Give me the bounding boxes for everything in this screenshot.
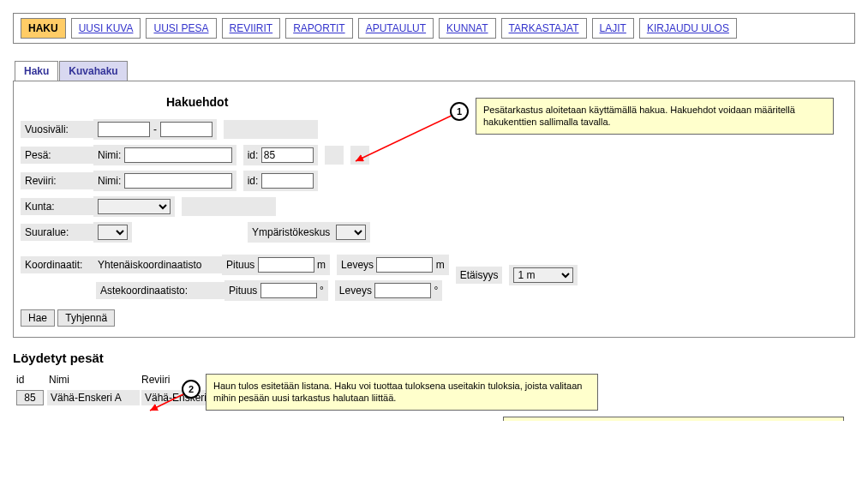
label-pesa-id: id: <box>248 149 259 161</box>
label-reviiri-id: id: <box>248 175 259 187</box>
row-id-button[interactable]: 85 <box>16 390 44 405</box>
tab-kuvahaku[interactable]: Kuvahaku <box>59 61 127 81</box>
select-suuralue[interactable] <box>98 225 128 240</box>
callout-2: Haun tulos esitetään listana. Haku voi t… <box>206 374 598 411</box>
nav-haku[interactable]: HAKU <box>21 18 66 39</box>
tabs: Haku Kuvahaku <box>15 61 855 81</box>
callout-num-2: 2 <box>182 380 201 399</box>
tyhjenna-button[interactable]: Tyhjennä <box>57 309 115 327</box>
unit-m1: m <box>317 259 326 271</box>
nav-reviirit[interactable]: REVIIRIT <box>222 18 281 39</box>
input-pituus-m[interactable] <box>258 257 314 273</box>
dash: - <box>150 123 160 135</box>
hae-button[interactable]: Hae <box>21 309 55 327</box>
tab-haku[interactable]: Haku <box>15 61 58 81</box>
label-vuosivali: Vuosiväli: <box>21 121 93 138</box>
input-vuosi-to[interactable] <box>160 122 213 137</box>
select-kunta[interactable] <box>98 199 171 214</box>
select-ymparisto[interactable] <box>336 225 366 240</box>
label-reviiri-nimi: Nimi: <box>98 175 121 187</box>
label-reviiri: Reviiri: <box>21 172 93 189</box>
input-pesa-id[interactable] <box>261 147 314 163</box>
label-leveys2: Leveys <box>339 285 372 297</box>
label-leveys1: Leveys <box>341 259 374 271</box>
label-pesa-nimi: Nimi: <box>98 149 121 161</box>
results-title: Löydetyt pesät <box>13 351 855 365</box>
top-nav: HAKU UUSI KUVA UUSI PESA REVIIRIT RAPORT… <box>13 13 855 44</box>
nav-raportit[interactable]: RAPORTIT <box>285 18 352 39</box>
nav-kirjaudu-ulos[interactable]: KIRJAUDU ULOS <box>639 18 737 39</box>
label-pesa: Pesä: <box>21 147 93 164</box>
callout-3: Tarkastukseen liittyy pakollisena tieton… <box>503 417 844 421</box>
input-vuosi-from[interactable] <box>98 122 150 137</box>
label-ymparisto: Ympäristökeskus <box>252 226 330 238</box>
nav-uusi-pesa[interactable]: UUSI PESA <box>146 18 216 39</box>
input-reviiri-nimi[interactable] <box>124 173 232 189</box>
nav-uusi-kuva[interactable]: UUSI KUVA <box>71 18 141 39</box>
unit-m2: m <box>436 259 445 271</box>
input-leveys-deg[interactable] <box>374 283 431 298</box>
callout-1: Pesätarkastus aloitetaan käyttämällä hak… <box>476 98 834 135</box>
callout-num-1: 1 <box>450 102 469 121</box>
input-leveys-m[interactable] <box>376 257 433 273</box>
label-kunta: Kunta: <box>21 198 93 215</box>
nav-lajit[interactable]: LAJIT <box>592 18 634 39</box>
input-pesa-nimi[interactable] <box>124 147 232 163</box>
col-id: id <box>13 372 45 387</box>
input-reviiri-id[interactable] <box>261 173 314 189</box>
nav-aputaulut[interactable]: APUTAULUT <box>358 18 434 39</box>
cell-nimi: Vähä-Enskeri A <box>47 390 140 405</box>
label-koordinaatit: Koordinaatit: <box>21 256 93 273</box>
col-nimi: Nimi <box>45 372 138 387</box>
nav-tarkastajat[interactable]: TARKASTAJAT <box>501 18 587 39</box>
select-etaisyys[interactable]: 1 m <box>513 267 573 283</box>
label-yhtenais: Yhtenäiskoordinaatisto <box>93 256 222 273</box>
nav-kunnat[interactable]: KUNNAT <box>439 18 495 39</box>
input-pituus-deg[interactable] <box>260 283 317 298</box>
label-pituus2: Pituus <box>229 285 257 297</box>
label-etaisyys: Etäisyys <box>460 269 499 281</box>
unit-deg2: ° <box>434 285 439 297</box>
label-pituus1: Pituus <box>226 259 254 271</box>
unit-deg1: ° <box>320 285 324 297</box>
label-suuralue: Suuralue: <box>21 224 93 241</box>
label-aste: Astekoordinaatisto: <box>96 282 224 299</box>
